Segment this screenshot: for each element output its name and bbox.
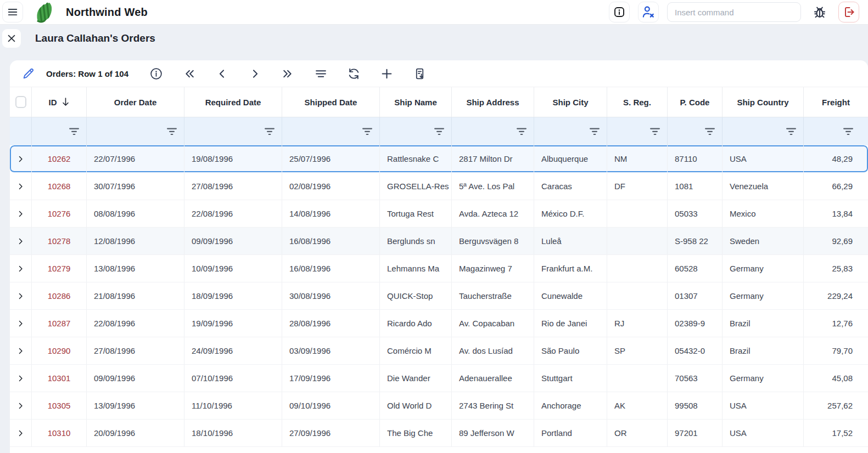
cell-ship-region[interactable]: RJ bbox=[607, 310, 667, 337]
cell-required-date[interactable]: 09/09/1996 bbox=[184, 228, 282, 254]
cell-ship-name[interactable]: Berglunds sn bbox=[379, 228, 451, 254]
cell-order-date[interactable]: 09/09/1996 bbox=[86, 365, 184, 392]
table-row[interactable]: 1030513/09/199611/10/199609/10/1996Old W… bbox=[10, 392, 868, 420]
cell-required-date[interactable]: 07/10/1996 bbox=[184, 365, 282, 392]
cell-order-date[interactable]: 21/08/1996 bbox=[86, 282, 184, 309]
cell-order-date[interactable]: 20/09/1996 bbox=[86, 420, 184, 446]
filter-cell-ship-city[interactable] bbox=[534, 117, 607, 145]
column-header-required-date[interactable]: Required Date bbox=[184, 87, 282, 117]
filter-cell-ship-country[interactable] bbox=[722, 117, 803, 145]
cell-freight[interactable]: 229,24 bbox=[803, 282, 868, 309]
cell-ship-address[interactable]: Av. Copacaban bbox=[451, 310, 534, 337]
table-row[interactable]: 1031020/09/199618/10/199627/09/1996The B… bbox=[10, 420, 868, 447]
column-header-freight[interactable]: Freight bbox=[803, 87, 868, 117]
cell-shipped-date[interactable]: 09/10/1996 bbox=[282, 392, 379, 419]
cell-freight[interactable]: 17,52 bbox=[803, 420, 868, 446]
cell-ship-city[interactable]: Caracas bbox=[534, 173, 607, 200]
row-expand-cell[interactable] bbox=[10, 173, 31, 200]
cell-shipped-date[interactable]: 14/08/1996 bbox=[282, 200, 379, 227]
cell-ship-city[interactable]: Luleå bbox=[534, 228, 607, 254]
cell-id[interactable]: 10287 bbox=[31, 310, 86, 337]
cell-ship-address[interactable]: 2743 Bering St bbox=[451, 392, 534, 419]
cell-ship-city[interactable]: Anchorage bbox=[534, 392, 607, 419]
cell-order-date[interactable]: 12/08/1996 bbox=[86, 228, 184, 254]
close-tab-button[interactable] bbox=[2, 29, 21, 48]
column-header-ship-address[interactable]: Ship Address bbox=[451, 87, 534, 117]
cell-ship-city[interactable]: São Paulo bbox=[534, 337, 607, 364]
row-expand-cell[interactable] bbox=[10, 200, 31, 227]
cell-id[interactable]: 10305 bbox=[31, 392, 86, 419]
cell-ship-region[interactable] bbox=[607, 255, 667, 282]
hamburger-menu-button[interactable] bbox=[2, 2, 23, 22]
cell-shipped-date[interactable]: 28/08/1996 bbox=[282, 310, 379, 337]
last-page-button[interactable] bbox=[281, 66, 295, 81]
cell-freight[interactable]: 25,83 bbox=[803, 255, 868, 282]
table-row[interactable]: 1029027/08/199624/09/199603/09/1996Comér… bbox=[10, 337, 868, 365]
cell-postal-code[interactable]: 01307 bbox=[667, 282, 722, 309]
table-row[interactable]: 1026830/07/199627/08/199602/08/1996GROSE… bbox=[10, 173, 868, 200]
cell-postal-code[interactable]: 05432-0 bbox=[667, 337, 722, 364]
cell-postal-code[interactable]: 02389-9 bbox=[667, 310, 722, 337]
cell-ship-country[interactable]: USA bbox=[722, 145, 803, 172]
cell-required-date[interactable]: 27/08/1996 bbox=[184, 173, 282, 200]
cell-id[interactable]: 10301 bbox=[31, 365, 86, 392]
cell-id[interactable]: 10268 bbox=[31, 173, 86, 200]
cell-order-date[interactable]: 22/08/1996 bbox=[86, 310, 184, 337]
cell-ship-name[interactable]: QUICK-Stop bbox=[379, 282, 451, 309]
cell-ship-address[interactable]: 5ª Ave. Los Pal bbox=[451, 173, 534, 200]
cell-ship-country[interactable]: Venezuela bbox=[722, 173, 803, 200]
cell-ship-name[interactable]: Comércio M bbox=[379, 337, 451, 364]
cell-ship-name[interactable]: Ricardo Ado bbox=[379, 310, 451, 337]
cell-ship-region[interactable] bbox=[607, 228, 667, 254]
cell-shipped-date[interactable]: 03/09/1996 bbox=[282, 337, 379, 364]
cell-order-date[interactable]: 22/07/1996 bbox=[86, 145, 184, 172]
cell-ship-name[interactable]: Die Wander bbox=[379, 365, 451, 392]
cell-ship-country[interactable]: Germany bbox=[722, 282, 803, 309]
row-expand-cell[interactable] bbox=[10, 392, 31, 419]
cell-required-date[interactable]: 24/09/1996 bbox=[184, 337, 282, 364]
column-header-ship-name[interactable]: Ship Name bbox=[379, 87, 451, 117]
column-header-ship-city[interactable]: Ship City bbox=[534, 87, 607, 117]
cell-ship-region[interactable] bbox=[607, 282, 667, 309]
cell-postal-code[interactable]: 87110 bbox=[667, 145, 722, 172]
cell-ship-name[interactable]: Lehmanns Ma bbox=[379, 255, 451, 282]
cell-ship-country[interactable]: USA bbox=[722, 420, 803, 446]
cell-postal-code[interactable]: 1081 bbox=[667, 173, 722, 200]
cell-ship-address[interactable]: Magazinweg 7 bbox=[451, 255, 534, 282]
filter-cell-ship-name[interactable] bbox=[379, 117, 451, 145]
cell-ship-region[interactable]: DF bbox=[607, 173, 667, 200]
cell-ship-name[interactable]: Tortuga Rest bbox=[379, 200, 451, 227]
cell-postal-code[interactable]: 60528 bbox=[667, 255, 722, 282]
row-expand-cell[interactable] bbox=[10, 365, 31, 392]
column-header-shipped-date[interactable]: Shipped Date bbox=[282, 87, 379, 117]
cell-ship-region[interactable] bbox=[607, 365, 667, 392]
cell-ship-country[interactable]: Germany bbox=[722, 255, 803, 282]
export-button[interactable] bbox=[412, 66, 427, 81]
cell-order-date[interactable]: 30/07/1996 bbox=[86, 173, 184, 200]
column-header-order-date[interactable]: Order Date bbox=[86, 87, 184, 117]
cell-ship-address[interactable]: Berguvsvägen 8 bbox=[451, 228, 534, 254]
cell-postal-code[interactable]: 99508 bbox=[667, 392, 722, 419]
cell-order-date[interactable]: 08/08/1996 bbox=[86, 200, 184, 227]
filter-cell-postal-code[interactable] bbox=[667, 117, 722, 145]
cell-shipped-date[interactable]: 17/09/1996 bbox=[282, 365, 379, 392]
cell-ship-country[interactable]: Germany bbox=[722, 365, 803, 392]
cell-required-date[interactable]: 18/09/1996 bbox=[184, 282, 282, 309]
filter-cell-shipped-date[interactable] bbox=[282, 117, 379, 145]
cell-ship-region[interactable]: SP bbox=[607, 337, 667, 364]
cell-order-date[interactable]: 27/08/1996 bbox=[86, 337, 184, 364]
column-header-ship-region[interactable]: S. Reg. bbox=[607, 87, 667, 117]
cell-shipped-date[interactable]: 30/08/1996 bbox=[282, 282, 379, 309]
select-all-checkbox[interactable] bbox=[15, 96, 26, 108]
filter-cell-required-date[interactable] bbox=[184, 117, 282, 145]
cell-ship-city[interactable]: Stuttgart bbox=[534, 365, 607, 392]
cell-shipped-date[interactable]: 16/08/1996 bbox=[282, 228, 379, 254]
cell-ship-city[interactable]: Rio de Janei bbox=[534, 310, 607, 337]
cell-ship-address[interactable]: Avda. Azteca 12 bbox=[451, 200, 534, 227]
logout-button[interactable] bbox=[838, 2, 859, 22]
cell-ship-name[interactable]: Rattlesnake C bbox=[379, 145, 451, 172]
cell-id[interactable]: 10276 bbox=[31, 200, 86, 227]
cell-ship-region[interactable]: OR bbox=[607, 420, 667, 446]
cell-ship-address[interactable]: 89 Jefferson W bbox=[451, 420, 534, 446]
cell-postal-code[interactable]: 05033 bbox=[667, 200, 722, 227]
